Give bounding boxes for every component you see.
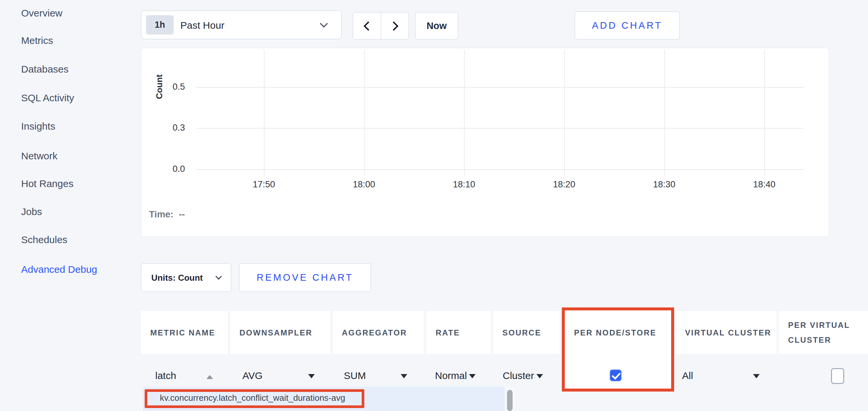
- time-range-selector[interactable]: 1h Past Hour: [141, 10, 342, 39]
- x-tick-label: 18:10: [441, 179, 487, 190]
- y-tick-label: 0.3: [161, 123, 185, 133]
- remove-chart-button[interactable]: REMOVE CHART: [239, 263, 371, 292]
- y-tick-label: 0.0: [161, 164, 185, 174]
- sidebar-item-insights[interactable]: Insights: [21, 119, 120, 134]
- x-tick-label: 18:00: [341, 179, 387, 190]
- sidebar-item-databases[interactable]: Databases: [21, 62, 120, 76]
- chart-card: Count 0.5 0.3 0.0 17:50 18:00 18:10 18:2…: [141, 48, 829, 237]
- column-header-rate: RATE: [426, 311, 491, 354]
- caret-down-icon[interactable]: [753, 374, 760, 378]
- now-button[interactable]: Now: [415, 12, 458, 40]
- add-chart-button[interactable]: ADD CHART: [575, 11, 680, 40]
- caret-down-icon[interactable]: [308, 374, 315, 378]
- caret-up-icon[interactable]: [207, 375, 213, 379]
- sidebar-item-metrics[interactable]: Metrics: [21, 33, 120, 48]
- advanced-debug-custom-chart-page: Overview Metrics Databases SQL Activity …: [0, 0, 868, 411]
- column-header-aggregator: AGGREGATOR: [333, 311, 424, 354]
- dropdown-scrollbar-thumb[interactable]: [507, 390, 513, 411]
- caret-down-icon[interactable]: [401, 374, 407, 378]
- aggregator-dropdown[interactable]: SUM: [344, 370, 366, 381]
- time-window-pager: [353, 12, 409, 40]
- x-tick-label: 18:20: [541, 179, 587, 190]
- per-node-store-checkbox[interactable]: [610, 370, 622, 381]
- x-tick-label: 18:40: [741, 179, 787, 190]
- chevron-down-icon: [215, 273, 222, 280]
- sidebar-item-hot-ranges[interactable]: Hot Ranges: [21, 176, 120, 191]
- sidebar-item-overview[interactable]: Overview: [21, 6, 120, 21]
- caret-down-icon[interactable]: [536, 374, 543, 378]
- sidebar-item-sql-activity[interactable]: SQL Activity: [21, 91, 120, 105]
- time-readout-value: --: [179, 209, 185, 219]
- downsampler-dropdown[interactable]: AVG: [242, 370, 262, 381]
- rate-dropdown[interactable]: Normal: [435, 370, 467, 381]
- column-header-downsampler: DOWNSAMPLER: [230, 311, 330, 354]
- next-timewindow-button[interactable]: [381, 12, 409, 39]
- chart-plot-area[interactable]: [196, 50, 804, 176]
- time-range-label: Past Hour: [180, 11, 224, 40]
- caret-down-icon[interactable]: [469, 374, 476, 378]
- units-dropdown[interactable]: Units: Count: [141, 263, 231, 292]
- column-header-metric-name: METRIC NAME: [141, 311, 228, 354]
- time-readout-label: Time:: [149, 209, 174, 219]
- source-dropdown[interactable]: Cluster: [503, 370, 534, 381]
- y-tick-label: 0.5: [161, 82, 185, 92]
- column-header-per-node-store: PER NODE/STORE: [565, 311, 671, 354]
- metric-name-input[interactable]: latch: [155, 370, 176, 381]
- column-header-virtual-cluster: VIRTUAL CLUSTER: [676, 311, 776, 354]
- sidebar-item-advanced-debug[interactable]: Advanced Debug: [21, 262, 120, 277]
- x-tick-label: 18:30: [641, 179, 687, 190]
- prev-timewindow-button[interactable]: [353, 12, 381, 39]
- sidebar-item-schedules[interactable]: Schedules: [21, 233, 120, 247]
- time-range-badge: 1h: [146, 15, 174, 35]
- column-header-source: SOURCE: [493, 311, 559, 354]
- x-tick-label: 17:50: [241, 179, 287, 190]
- virtual-cluster-dropdown[interactable]: All: [682, 370, 693, 381]
- chevron-right-icon: [389, 21, 398, 30]
- units-dropdown-label: Units: Count: [151, 264, 203, 292]
- time-readout: Time:--: [149, 209, 185, 220]
- chevron-left-icon: [364, 21, 373, 30]
- per-virtual-cluster-checkbox[interactable]: [831, 368, 844, 384]
- column-header-per-virtual-cluster: PER VIRTUAL CLUSTER: [779, 311, 868, 354]
- suggestion-highlight-box: [145, 389, 364, 408]
- chevron-down-icon: [320, 20, 328, 27]
- sidebar-item-jobs[interactable]: Jobs: [21, 205, 120, 219]
- sidebar-item-network[interactable]: Network: [21, 149, 120, 163]
